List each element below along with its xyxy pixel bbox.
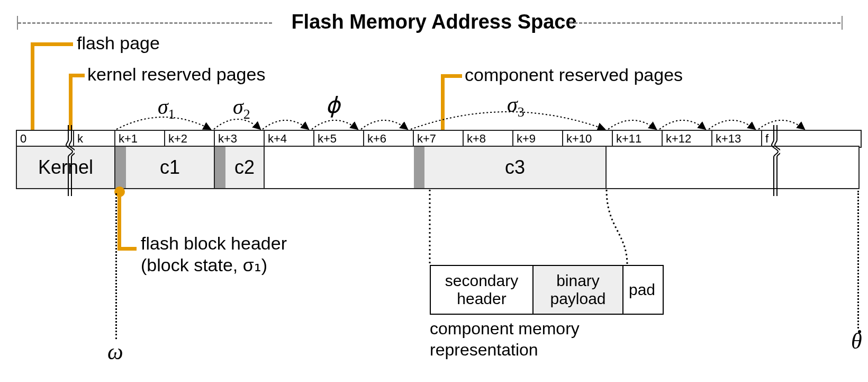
cmr-box: secondaryheader binarypayload pad [430, 265, 664, 315]
cmr-secondary-header: secondaryheader [431, 266, 534, 314]
cmr-caption-l2: representation [430, 339, 538, 360]
cmr-binary-payload: binarypayload [534, 266, 623, 314]
cmr-pad: pad [623, 266, 661, 314]
diagram-root: Flash Memory Address Space flash page ke… [0, 0, 868, 382]
cmr-caption-l1: component memory [430, 318, 580, 339]
